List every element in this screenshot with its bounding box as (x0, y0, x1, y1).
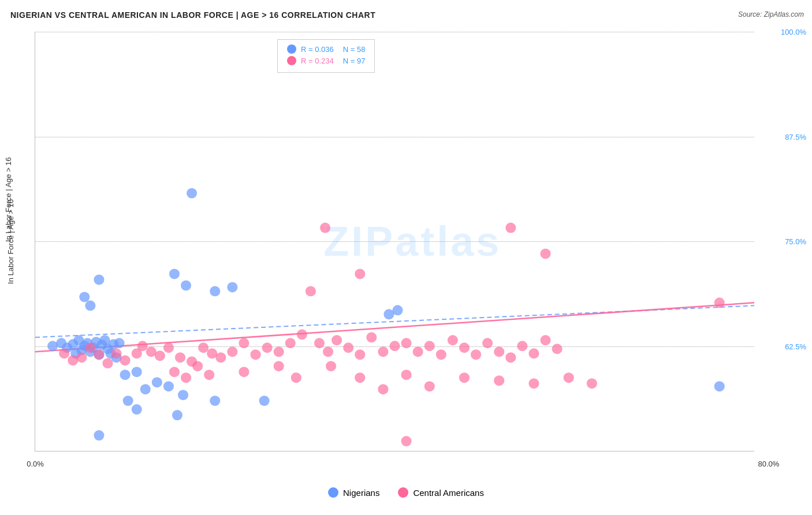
svg-point-68 (297, 329, 307, 339)
svg-point-51 (120, 355, 131, 365)
svg-point-48 (94, 349, 104, 360)
svg-point-41 (259, 395, 270, 406)
x-label-0: 0.0% (27, 460, 44, 468)
legend-central-americans: Central Americans (398, 487, 484, 498)
svg-point-25 (187, 188, 197, 199)
svg-point-74 (355, 349, 365, 360)
svg-point-115 (714, 381, 725, 391)
y-label-75: 75.0% (785, 237, 806, 246)
svg-point-55 (155, 350, 165, 361)
scatter-plot (35, 32, 754, 451)
svg-point-92 (169, 367, 180, 377)
legend-dot-pink (398, 487, 408, 498)
svg-point-62 (227, 346, 237, 357)
svg-point-27 (181, 280, 191, 290)
svg-point-102 (401, 370, 412, 380)
svg-point-112 (541, 248, 551, 259)
svg-point-85 (482, 338, 493, 348)
svg-point-35 (178, 390, 188, 400)
svg-point-67 (285, 338, 296, 348)
legend-dot-nigerians (287, 44, 296, 54)
svg-point-22 (94, 274, 104, 285)
legend-r-nigerians: R = 0.036 (301, 45, 334, 54)
svg-point-29 (227, 282, 237, 292)
svg-point-97 (274, 361, 284, 371)
legend-box: R = 0.036 N = 58 R = 0.234 N = 97 (277, 39, 375, 73)
legend-item-central-americans: R = 0.234 N = 97 (287, 56, 365, 65)
svg-point-64 (250, 349, 260, 360)
svg-point-33 (152, 377, 162, 387)
bottom-legend: Nigerians Central Americans (328, 487, 484, 498)
svg-point-98 (291, 372, 301, 383)
svg-point-75 (366, 332, 377, 342)
source-text: Source: ZipAtlas.com (738, 10, 804, 18)
svg-point-87 (505, 352, 516, 363)
svg-point-90 (541, 335, 551, 345)
svg-point-53 (137, 341, 148, 351)
svg-point-21 (114, 338, 125, 348)
y-axis-title: In Labor Force | Age > 16 (5, 32, 16, 451)
y-label-625: 62.5% (785, 342, 806, 350)
svg-point-83 (459, 342, 470, 353)
svg-point-96 (239, 367, 249, 377)
svg-point-28 (210, 286, 220, 296)
svg-point-57 (175, 352, 185, 363)
svg-point-79 (413, 346, 423, 357)
svg-point-71 (323, 346, 333, 357)
svg-point-26 (169, 268, 180, 279)
svg-point-76 (378, 346, 388, 357)
svg-point-114 (714, 297, 725, 308)
chart-container: NIGERIAN VS CENTRAL AMERICAN IN LABOR FO… (0, 0, 812, 515)
svg-point-107 (564, 372, 574, 383)
svg-point-82 (448, 335, 458, 345)
legend-label-nigerians: Nigerians (343, 488, 379, 498)
y-label-875: 87.5% (785, 132, 806, 141)
svg-point-31 (132, 367, 142, 377)
svg-point-50 (111, 348, 122, 359)
svg-point-94 (192, 361, 203, 371)
svg-point-36 (210, 395, 220, 406)
svg-point-111 (505, 223, 516, 233)
svg-point-40 (94, 430, 104, 441)
svg-point-106 (528, 378, 539, 389)
chart-title: NIGERIAN VS CENTRAL AMERICAN IN LABOR FO… (10, 10, 375, 20)
svg-point-56 (163, 342, 174, 353)
svg-point-84 (471, 349, 481, 360)
svg-point-103 (424, 381, 435, 391)
svg-point-89 (528, 348, 539, 359)
svg-point-109 (320, 223, 330, 233)
svg-point-110 (355, 268, 365, 279)
svg-point-59 (198, 342, 208, 353)
x-label-80: 80.0% (758, 460, 779, 468)
svg-point-34 (163, 381, 174, 391)
legend-r-central-americans: R = 0.234 (301, 57, 334, 65)
svg-point-104 (459, 372, 470, 383)
svg-point-105 (494, 375, 504, 386)
svg-point-47 (85, 342, 95, 353)
legend-n-nigerians: N = 58 (343, 45, 366, 54)
svg-point-44 (59, 348, 69, 359)
svg-point-78 (401, 338, 412, 348)
legend-dot-blue (328, 487, 338, 498)
svg-point-81 (436, 349, 446, 360)
svg-point-73 (343, 342, 353, 353)
svg-point-70 (314, 338, 325, 348)
svg-point-88 (517, 341, 527, 351)
svg-point-108 (587, 378, 597, 389)
svg-point-101 (378, 384, 388, 394)
svg-point-93 (181, 372, 191, 383)
svg-point-77 (389, 341, 400, 351)
svg-point-80 (424, 341, 435, 351)
svg-point-32 (140, 384, 151, 394)
legend-nigerians: Nigerians (328, 487, 379, 498)
svg-point-100 (355, 372, 365, 383)
legend-item-nigerians: R = 0.036 N = 58 (287, 44, 365, 54)
legend-label-central-americans: Central Americans (413, 488, 484, 498)
svg-point-91 (552, 344, 563, 354)
svg-point-23 (79, 292, 90, 302)
svg-point-49 (102, 358, 113, 368)
svg-point-46 (76, 352, 87, 363)
chart-area: 100.0% 87.5% 75.0% 62.5% ZIPatlas 0.0% 8… (35, 32, 754, 451)
svg-point-24 (85, 300, 95, 311)
svg-point-37 (123, 395, 133, 406)
